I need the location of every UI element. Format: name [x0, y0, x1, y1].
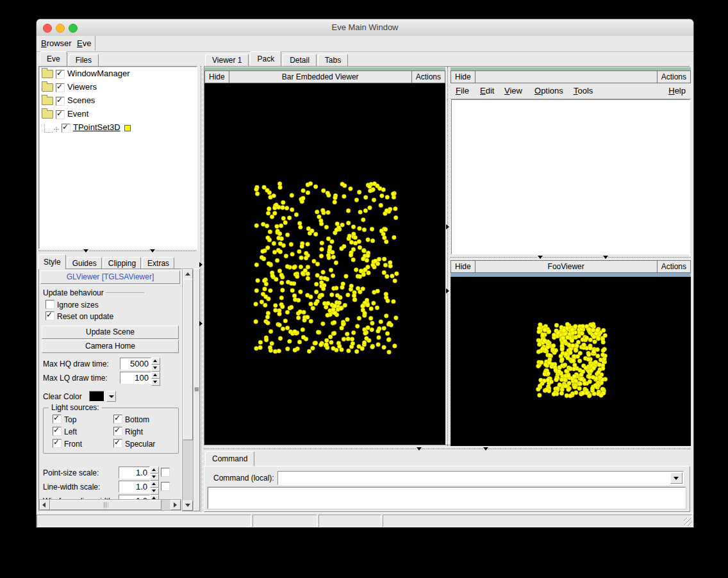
- tree-item-label[interactable]: Scenes: [67, 95, 95, 105]
- sidebar-h-splitter[interactable]: [38, 248, 196, 253]
- hide-button[interactable]: Hide: [204, 70, 229, 83]
- max-hq-field[interactable]: 5000: [120, 358, 151, 370]
- checkbox[interactable]: [56, 70, 65, 79]
- folder-open-icon[interactable]: [42, 110, 53, 119]
- actions-button[interactable]: Actions: [657, 260, 691, 273]
- update-scene-button[interactable]: Update Scene: [42, 326, 179, 339]
- checkbox[interactable]: [113, 427, 122, 436]
- menu-item-eve[interactable]: Eve: [77, 38, 91, 48]
- tree-row[interactable]: Viewers: [39, 80, 197, 94]
- point-size-field[interactable]: 1.0: [119, 467, 150, 479]
- menu-item-view[interactable]: View: [504, 86, 522, 95]
- tab-command[interactable]: Command: [205, 451, 254, 466]
- command-output[interactable]: [208, 487, 686, 509]
- tab-detail[interactable]: Detail: [283, 54, 317, 66]
- light-top[interactable]: Top: [53, 415, 113, 424]
- checkbox[interactable]: [53, 427, 62, 436]
- light-right[interactable]: Right: [113, 427, 174, 436]
- checkbox[interactable]: [161, 482, 170, 491]
- line-width-field[interactable]: 1.0: [119, 481, 150, 493]
- tab-pack[interactable]: Pack: [250, 51, 281, 66]
- splitter-arrow-icon[interactable]: [446, 224, 449, 229]
- spin-up-icon[interactable]: [150, 467, 159, 474]
- spin-down-icon[interactable]: [150, 488, 159, 495]
- gl-canvas[interactable]: [204, 83, 445, 445]
- viewer-title[interactable]: FooViewer: [475, 260, 658, 273]
- tree-row-child[interactable]: TPointSet3D: [39, 120, 197, 134]
- spin-up-icon[interactable]: [151, 372, 160, 379]
- menu-item-browser[interactable]: Browser: [41, 38, 72, 48]
- spin-up-icon[interactable]: [150, 481, 159, 488]
- light-bottom[interactable]: Bottom: [113, 415, 174, 424]
- tab-eve[interactable]: Eve: [40, 51, 67, 66]
- checkbox[interactable]: [46, 300, 54, 309]
- tree-item-label[interactable]: WindowManager: [67, 69, 130, 78]
- menu-item-help[interactable]: Help: [668, 86, 686, 95]
- pack-v-splitter[interactable]: [445, 67, 451, 446]
- scroll-up-icon[interactable]: [183, 269, 193, 279]
- checkbox[interactable]: [113, 439, 122, 448]
- max-lq-field[interactable]: 100: [120, 372, 151, 384]
- checkbox[interactable]: [56, 97, 65, 106]
- checkbox[interactable]: [62, 124, 70, 133]
- camera-home-button[interactable]: Camera Home: [42, 340, 179, 353]
- ignore-sizes-row[interactable]: Ignore sizes: [46, 300, 179, 310]
- folder-icon[interactable]: [42, 70, 53, 78]
- checkbox[interactable]: [161, 468, 170, 477]
- spin-down-icon[interactable]: [151, 365, 160, 372]
- glviewer-button[interactable]: GLViewer [TGLSAViewer]: [40, 270, 180, 284]
- splitter-arrow-icon[interactable]: [150, 249, 155, 252]
- splitter-arrow-icon[interactable]: [83, 249, 88, 252]
- clear-color-swatch[interactable]: [89, 391, 104, 402]
- tree-row[interactable]: Event: [39, 107, 197, 120]
- combo-dropdown-icon[interactable]: [670, 472, 682, 484]
- checkbox[interactable]: [113, 415, 122, 424]
- light-specular[interactable]: Specular: [113, 439, 174, 449]
- splitter-arrow-icon[interactable]: [199, 262, 203, 267]
- splitter-arrow-icon[interactable]: [483, 447, 488, 450]
- spin-up-icon[interactable]: [151, 358, 160, 365]
- hide-button[interactable]: Hide: [451, 70, 476, 83]
- checkbox[interactable]: [56, 110, 65, 119]
- tab-guides[interactable]: Guides: [67, 257, 102, 269]
- checkbox[interactable]: [46, 311, 54, 320]
- gl-canvas[interactable]: [451, 277, 691, 446]
- marker-color-swatch[interactable]: [124, 125, 131, 131]
- h-scroll-thumb[interactable]: [50, 500, 161, 510]
- tree-item-label[interactable]: Event: [67, 109, 88, 119]
- menu-item-tools[interactable]: Tools: [574, 86, 593, 95]
- light-front[interactable]: Front: [53, 439, 113, 449]
- checkbox[interactable]: [53, 415, 62, 424]
- tree-row[interactable]: WindowManager: [39, 67, 197, 80]
- v-scroll-thumb[interactable]: [183, 279, 193, 440]
- style-v-scrollbar[interactable]: [182, 268, 194, 511]
- splitter-arrow-icon[interactable]: [603, 256, 608, 259]
- scroll-down-icon[interactable]: [183, 500, 193, 511]
- tab-extras[interactable]: Extras: [142, 257, 174, 269]
- splitter-arrow-icon[interactable]: [446, 288, 449, 293]
- style-h-scrollbar[interactable]: [39, 499, 181, 511]
- tree-item-label[interactable]: Viewers: [67, 82, 97, 92]
- root-canvas[interactable]: [451, 99, 690, 254]
- sidebar-pack-splitter[interactable]: [199, 66, 204, 525]
- tab-viewer-1[interactable]: Viewer 1: [205, 54, 249, 66]
- viewer-title[interactable]: Bar Embedded Viewer: [229, 70, 412, 83]
- right-col-h-splitter[interactable]: [451, 254, 691, 260]
- actions-button[interactable]: Actions: [411, 70, 445, 83]
- spin-down-icon[interactable]: [151, 379, 160, 386]
- folder-icon[interactable]: [42, 97, 53, 105]
- tab-tabs[interactable]: Tabs: [318, 54, 348, 66]
- command-input[interactable]: [277, 471, 684, 485]
- hide-button[interactable]: Hide: [451, 260, 476, 273]
- reset-on-update-row[interactable]: Reset on update: [46, 311, 179, 321]
- menu-item-edit[interactable]: Edit: [480, 86, 494, 95]
- splitter-arrow-icon[interactable]: [417, 447, 422, 450]
- tree-row[interactable]: Scenes: [39, 94, 197, 107]
- tab-files[interactable]: Files: [69, 54, 99, 66]
- scroll-right-icon[interactable]: [170, 500, 181, 510]
- splitter-arrow-icon[interactable]: [199, 321, 203, 326]
- checkbox[interactable]: [53, 439, 62, 448]
- actions-button[interactable]: Actions: [657, 70, 691, 83]
- menu-item-file[interactable]: File: [456, 86, 469, 95]
- menu-item-options[interactable]: Options: [534, 86, 563, 95]
